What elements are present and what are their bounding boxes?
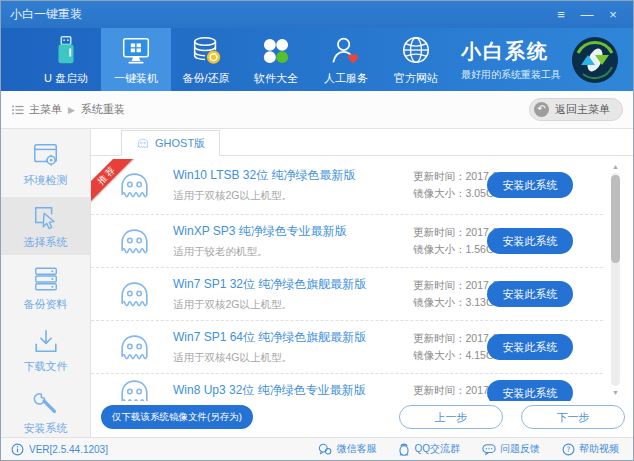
breadcrumb: 主菜单 ▶ 系统重装 ↶ 返回主菜单 (1, 91, 633, 129)
scrollbar-thumb[interactable] (611, 175, 620, 263)
close-icon[interactable]: × (602, 6, 624, 24)
nav-item-label: 软件大全 (254, 71, 298, 86)
system-name: Win10 LTSB 32位 纯净绿色最新版 (173, 167, 355, 184)
system-name: Win7 SP1 64位 纯净绿色旗舰最新版 (173, 329, 366, 346)
back-to-main-menu-button[interactable]: ↶ 返回主菜单 (529, 98, 623, 121)
nav-item-support[interactable]: 人工服务 (311, 28, 381, 91)
ghost-icon (136, 137, 150, 150)
title-bar: 小白一键重装 ≡ — × (1, 1, 633, 28)
nav-item-software[interactable]: 软件大全 (241, 28, 311, 91)
menu-list-icon (11, 103, 25, 117)
usb-drive-icon (49, 34, 83, 68)
ghost-icon (116, 278, 153, 311)
install-system-button[interactable]: 安装此系统 (487, 281, 573, 307)
status-bar: VER[2.5.44.1203] 微信客服 QQ交流群 (1, 437, 633, 460)
nav-item-one-key-install[interactable]: 一键装机 (101, 28, 171, 91)
install-system-button[interactable]: 安装此系统 (487, 334, 573, 360)
system-row-win10: Win10 LTSB 32位 纯净绿色最新版 适用于双核2G以上机型。 更新时间… (91, 156, 603, 215)
recycle-swirl-logo-icon (571, 36, 619, 84)
ghost-icon (116, 169, 153, 202)
help-question-icon: ? (562, 443, 575, 456)
install-system-button[interactable]: 安装此系统 (487, 380, 573, 401)
action-bar: 仅下载该系统镜像文件(另存为) 上一步 下一步 (91, 401, 633, 437)
monitor-icon (119, 34, 153, 68)
tab-ghost-edition[interactable]: GHOST版 (121, 130, 220, 156)
nav-item-backup-restore[interactable]: 备份/还原 (171, 28, 241, 91)
env-check-icon (32, 141, 60, 169)
system-desc: 适用于双核2G以上机型。 (173, 298, 366, 312)
step-sidebar: 环境检测 选择系统 (1, 129, 91, 437)
system-list: Win10 LTSB 32位 纯净绿色最新版 适用于双核2G以上机型。 更新时间… (91, 156, 633, 401)
main-area: 环境检测 选择系统 (1, 129, 633, 437)
tab-bar: GHOST版 (91, 129, 633, 156)
system-name: Win8 Up3 32位 纯净绿色专业最新版 (173, 382, 366, 399)
window-title: 小白一键重装 (10, 6, 82, 23)
brand: 小白系统 最好用的系统重装工具 (461, 28, 633, 91)
install-system-button[interactable]: 安装此系统 (487, 172, 573, 198)
top-nav: U 盘启动 一键装机 (1, 28, 633, 91)
prev-step-button[interactable]: 上一步 (399, 405, 503, 429)
breadcrumb-root[interactable]: 主菜单 (29, 102, 62, 117)
system-row-winxp: WinXP SP3 纯净绿色专业最新版 适用于较老的机型。 更新时间：2017-… (91, 215, 603, 268)
feedback-bubble-icon (482, 443, 496, 456)
nav-item-label: 官方网站 (394, 71, 438, 86)
qq-group-link[interactable]: QQ交流群 (398, 442, 460, 456)
content-panel: GHOST版 Win10 LTSB 32位 纯净绿色最新版 适用于双核2G以上机… (91, 129, 633, 437)
globe-icon (399, 34, 433, 68)
nav-item-label: U 盘启动 (44, 71, 88, 86)
system-name: Win7 SP1 32位 纯净绿色旗舰最新版 (173, 276, 366, 293)
help-video-link[interactable]: ? 帮助视频 (562, 442, 619, 456)
svg-text:?: ? (567, 445, 571, 454)
system-desc: 适用于双核2G以上机型。 (173, 189, 355, 203)
breadcrumb-current: 系统重装 (81, 102, 125, 117)
menu-icon[interactable]: ≡ (550, 6, 572, 24)
system-name: WinXP SP3 纯净绿色专业最新版 (173, 223, 347, 240)
backup-data-icon (32, 265, 60, 293)
system-row-win7-32: Win7 SP1 32位 纯净绿色旗舰最新版 适用于双核2G以上机型。 更新时间… (91, 268, 603, 321)
ghost-icon (116, 331, 153, 364)
window-controls: ≡ — × (550, 6, 624, 24)
wechat-icon (318, 443, 332, 456)
version-text: VER[2.5.44.1203] (29, 444, 108, 455)
nav-item-label: 人工服务 (324, 71, 368, 86)
qq-penguin-icon (398, 443, 410, 456)
sidebar-item-env-check[interactable]: 环境检测 (1, 135, 90, 193)
nav-item-label: 备份/还原 (182, 71, 229, 86)
install-system-button[interactable]: 安装此系统 (487, 228, 573, 254)
nav-item-website[interactable]: 官方网站 (381, 28, 451, 91)
ghost-icon (116, 376, 153, 401)
scrollbar-track[interactable] (611, 173, 620, 386)
scroll-down-icon[interactable]: ▼ (612, 388, 619, 397)
person-heart-icon (329, 34, 363, 68)
sidebar-item-install-system[interactable]: 安装系统 (1, 383, 90, 441)
wechat-support-link[interactable]: 微信客服 (318, 442, 376, 456)
system-desc: 适用于双核4G以上机型。 (173, 351, 366, 365)
ghost-icon (116, 225, 153, 258)
minimize-icon[interactable]: — (576, 6, 598, 24)
version-info: VER[2.5.44.1203] (11, 443, 108, 456)
brand-name: 小白系统 (461, 38, 561, 65)
select-system-icon (32, 203, 60, 231)
system-desc: 适用于较老的机型。 (173, 245, 347, 259)
sidebar-item-download-files[interactable]: 下载文件 (1, 321, 90, 379)
download-file-icon (32, 327, 60, 355)
install-system-icon (32, 389, 60, 417)
sidebar-item-backup-data[interactable]: 备份资料 (1, 259, 90, 317)
download-only-button[interactable]: 仅下载该系统镜像文件(另存为) (101, 405, 253, 429)
system-row-win8: Win8 Up3 32位 纯净绿色专业最新版 更新时间：2017-07-18 安… (91, 374, 603, 401)
nav-item-usb-boot[interactable]: U 盘启动 (31, 28, 101, 91)
chevron-right-icon: ▶ (68, 105, 75, 115)
nav-item-label: 一键装机 (114, 71, 158, 86)
brand-tagline: 最好用的系统重装工具 (461, 68, 561, 82)
status-links: 微信客服 QQ交流群 问题反馈 (318, 442, 619, 456)
clover-icon (259, 34, 293, 68)
feedback-link[interactable]: 问题反馈 (482, 442, 540, 456)
scroll-up-icon[interactable]: ▲ (612, 162, 619, 171)
app-window: 小白一键重装 ≡ — × U 盘启动 (0, 0, 634, 461)
info-icon (11, 443, 24, 456)
database-icon (189, 34, 223, 68)
sidebar-item-select-system[interactable]: 选择系统 (1, 197, 90, 255)
next-step-button[interactable]: 下一步 (521, 405, 625, 429)
system-row-win7-64: Win7 SP1 64位 纯净绿色旗舰最新版 适用于双核4G以上机型。 更新时间… (91, 321, 603, 374)
list-scrollbar[interactable]: ▲ ▼ (610, 162, 621, 397)
